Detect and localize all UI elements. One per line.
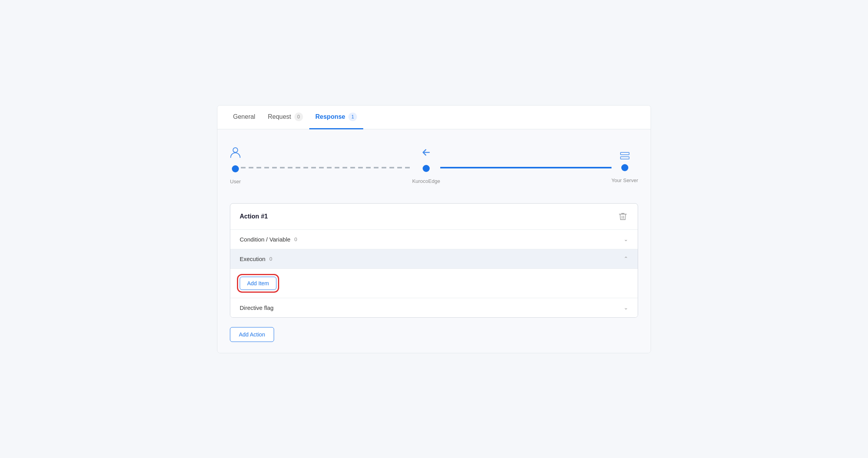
tab-request-badge: 0 (294, 113, 303, 121)
tab-general[interactable]: General (227, 106, 262, 129)
execution-section-row[interactable]: Execution 0 ⌃ (230, 249, 638, 269)
flow-node-yourserver: Your Server (612, 147, 638, 183)
execution-badge: 0 (269, 256, 272, 262)
tab-response-label: Response (316, 113, 345, 120)
tab-general-label: General (233, 113, 255, 120)
condition-label: Condition / Variable 0 (240, 236, 297, 243)
add-action-button[interactable]: Add Action (230, 327, 274, 342)
directive-label: Directive flag (240, 304, 274, 311)
condition-badge: 0 (294, 236, 297, 242)
yourserver-label: Your Server (612, 177, 638, 183)
tab-response[interactable]: Response 1 (309, 106, 363, 129)
action-card: Action #1 Condition / Variable 0 ⌄ Exe (230, 203, 638, 318)
user-label: User (230, 179, 240, 184)
execution-label: Execution 0 (240, 256, 272, 262)
page-container: General Request 0 Response 1 Use (217, 105, 651, 353)
execution-content: Add Item (230, 269, 638, 298)
condition-chevron-icon: ⌄ (624, 236, 628, 242)
arrow-left-icon (421, 147, 432, 160)
kurocoedge-label: KurocoEdge (412, 178, 440, 184)
action-title: Action #1 (240, 213, 268, 220)
delete-action-button[interactable] (617, 211, 628, 222)
svg-point-0 (233, 148, 238, 152)
server-icon (620, 147, 629, 159)
flow-line-dashed (241, 167, 412, 168)
tabs-bar: General Request 0 Response 1 (217, 106, 651, 129)
flow-node-kurocoedge: KurocoEdge (412, 147, 440, 184)
flow-node-user: User (230, 147, 241, 184)
directive-section-row[interactable]: Directive flag ⌄ (230, 298, 638, 317)
yourserver-dot (621, 164, 628, 171)
flow-line-solid (440, 167, 612, 168)
action-card-header: Action #1 (230, 204, 638, 230)
person-icon (230, 147, 241, 161)
condition-section-row[interactable]: Condition / Variable 0 ⌄ (230, 230, 638, 249)
kurocoedge-dot (423, 165, 430, 172)
tab-request[interactable]: Request 0 (262, 106, 309, 129)
directive-chevron-icon: ⌄ (624, 304, 628, 311)
main-content: User KurocoEdge (217, 129, 651, 353)
user-dot (232, 165, 239, 172)
tab-request-label: Request (268, 113, 291, 120)
add-item-button[interactable]: Add Item (240, 277, 276, 290)
execution-chevron-icon: ⌃ (624, 256, 628, 262)
tab-response-badge: 1 (348, 113, 357, 121)
flow-diagram: User KurocoEdge (230, 140, 638, 191)
